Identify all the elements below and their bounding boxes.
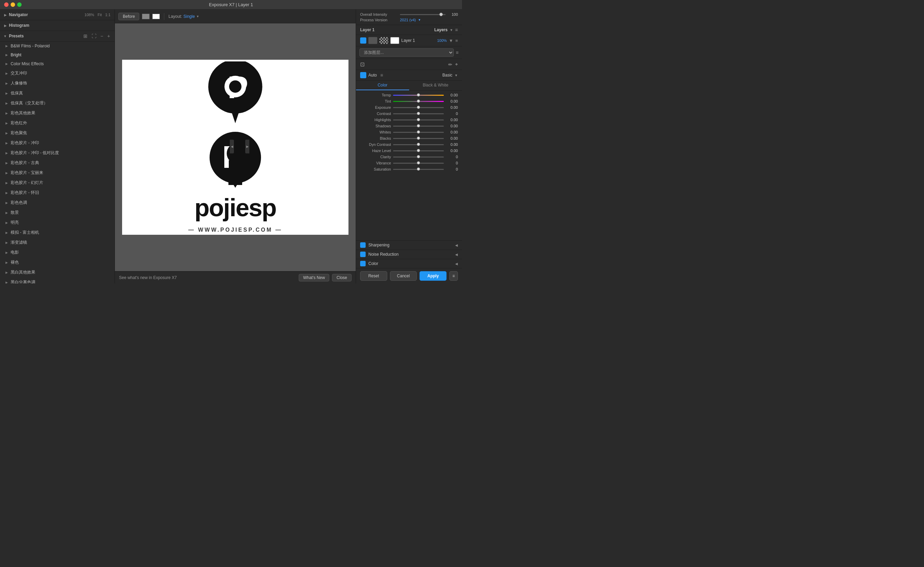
collapse-right-arrow[interactable]: ▶ [245, 140, 249, 153]
preset-item[interactable]: ▶褪色 [0, 257, 114, 268]
slider-track[interactable] [393, 119, 444, 120]
slider-track[interactable] [393, 156, 444, 158]
preset-item[interactable]: ▶彩色胶片 - 古典 [0, 158, 114, 168]
navigator-section: ▶ Navigator 108% Fit 1:1 [0, 10, 114, 20]
presets-chevron-icon[interactable]: ▼ [3, 34, 7, 38]
preset-item[interactable]: ▶Color Misc Effects [0, 59, 114, 68]
slider-track[interactable] [393, 138, 444, 139]
preset-item[interactable]: ▶低保真 [0, 88, 114, 98]
intensity-slider[interactable] [400, 14, 446, 15]
slider-track[interactable] [393, 126, 444, 127]
preset-item[interactable]: ▶明亮 [0, 218, 114, 227]
preset-item[interactable]: ▶散景 [0, 208, 114, 218]
logo-visual: P [201, 130, 270, 188]
layer-toggle[interactable] [360, 38, 366, 44]
preset-label: 散景 [10, 210, 19, 215]
presets-expand-icon[interactable]: ⛶ [90, 33, 98, 39]
crop-tool-icon[interactable]: ⊡ [360, 61, 364, 68]
slider-track[interactable] [393, 163, 444, 164]
histogram-header[interactable]: ▶ Histogram [0, 20, 114, 30]
preset-item[interactable]: ▶渐变滤镜 [0, 238, 114, 247]
layout-selector[interactable]: Layout: Single ▼ [168, 14, 199, 19]
preset-item[interactable]: ▶彩色聚焦 [0, 128, 114, 138]
reset-button[interactable]: Reset [360, 271, 387, 281]
minimize-button[interactable] [10, 2, 15, 7]
preset-item[interactable]: ▶模拟 - 富士相机 [0, 227, 114, 238]
before-button[interactable]: Before [118, 13, 139, 20]
preset-item[interactable]: ▶彩色红外 [0, 118, 114, 128]
preset-chevron-icon: ▶ [6, 82, 8, 85]
preset-item[interactable]: ▶B&W Films - Polaroid [0, 42, 114, 50]
slider-row: Clarity 0 [356, 154, 462, 160]
preset-item[interactable]: ▶彩色色调 [0, 198, 114, 208]
histogram-chevron-icon: ▶ [4, 24, 7, 27]
slider-track[interactable] [393, 101, 444, 102]
layer-options-icon[interactable]: ≡ [455, 38, 458, 43]
apply-button[interactable]: Apply [420, 271, 447, 281]
adj-mode-chevron-icon[interactable]: ▼ [454, 74, 458, 77]
close-button[interactable] [4, 2, 9, 7]
preset-item[interactable]: ▶黑白分离色调 [0, 277, 114, 284]
section-btn-noise-reduction[interactable]: Noise Reduction ◀ [356, 250, 462, 259]
tab-color[interactable]: Color [356, 81, 409, 90]
preset-item[interactable]: ▶低保真（交叉处理） [0, 98, 114, 108]
preset-chevron-icon: ▶ [6, 241, 8, 244]
section-btn-sharpening[interactable]: Sharpening ◀ [356, 240, 462, 250]
slider-label-vibrance: Vibrance [360, 161, 391, 165]
add-layer-select[interactable]: 添加图层... [360, 48, 454, 57]
presets-plus-icon[interactable]: + [106, 33, 111, 39]
preset-item[interactable]: ▶Bright [0, 50, 114, 59]
color-swatch-gray[interactable] [142, 14, 150, 19]
slider-track[interactable] [393, 169, 444, 170]
window-controls[interactable] [4, 2, 22, 7]
preset-item[interactable]: ▶彩色其他效果 [0, 108, 114, 118]
tab-bw[interactable]: Black & White [409, 81, 462, 90]
preset-item[interactable]: ▶黑白其他效果 [0, 268, 114, 277]
section-btn-color[interactable]: Color ◀ [356, 259, 462, 268]
adj-auto-label[interactable]: Auto [368, 73, 377, 78]
preset-label: Bright [10, 53, 21, 57]
window-title: Exposure X7 | Layer 1 [209, 2, 253, 7]
preset-item[interactable]: ▶彩色胶片 - 冲印 - 低对比度 [0, 148, 114, 158]
layers-menu-icon[interactable]: ≡ [455, 27, 458, 33]
slider-track[interactable] [393, 107, 444, 108]
collapse-left-arrow[interactable]: ◀ [230, 140, 234, 153]
eyedropper-tool-icon[interactable]: ⌖ [455, 62, 458, 67]
adj-menu-icon[interactable]: ≡ [380, 72, 383, 78]
presets-minus-icon[interactable]: − [99, 33, 104, 39]
preset-item[interactable]: ▶彩色胶片 - 怀旧 [0, 188, 114, 198]
layers-button[interactable]: Layers [434, 27, 448, 32]
process-row: Process Version 2021 (v4) ▼ [360, 18, 458, 22]
close-button-bottom[interactable]: Close [332, 274, 351, 281]
add-layer-menu-icon[interactable]: ≡ [456, 50, 459, 55]
preset-item[interactable]: ▶彩色胶片 - 宝丽来 [0, 168, 114, 178]
slider-track[interactable] [393, 95, 444, 96]
logo-icon: P [192, 62, 278, 123]
process-value[interactable]: 2021 (v4) [400, 18, 416, 22]
preset-item[interactable]: ▶彩色胶片 - 幻灯片 [0, 178, 114, 188]
preset-item[interactable]: ▶彩色胶片 - 冲印 [0, 138, 114, 148]
preset-item[interactable]: ▶交叉冲印 [0, 68, 114, 78]
slider-track[interactable] [393, 150, 444, 151]
slider-track[interactable] [393, 113, 444, 114]
cancel-button[interactable]: Cancel [390, 271, 417, 281]
preset-item[interactable]: ▶电影 [0, 247, 114, 257]
preset-item[interactable]: ▶人像修饰 [0, 78, 114, 88]
draw-tool-icon[interactable]: ✏ [448, 62, 452, 67]
layer-opacity-value[interactable]: 100% [437, 38, 447, 42]
color-swatch-white[interactable] [152, 14, 160, 19]
section-chevron-icon: ◀ [455, 262, 458, 266]
layer-menu-icon[interactable]: ▼ [449, 38, 453, 43]
presets-grid-icon[interactable]: ⊞ [82, 33, 88, 39]
presets-label: Presets [9, 34, 82, 38]
canvas-area[interactable]: P [115, 23, 356, 271]
adj-toggle[interactable] [360, 72, 366, 78]
maximize-button[interactable] [17, 2, 22, 7]
layers-chevron-icon: ▼ [450, 28, 453, 32]
navigator-header[interactable]: ▶ Navigator 108% Fit 1:1 [0, 10, 114, 20]
slider-track[interactable] [393, 132, 444, 133]
more-options-icon[interactable]: ≡ [449, 271, 458, 281]
slider-track[interactable] [393, 144, 444, 145]
slider-label-saturation: Saturation [360, 167, 391, 171]
whats-new-button[interactable]: What's New [299, 274, 330, 281]
